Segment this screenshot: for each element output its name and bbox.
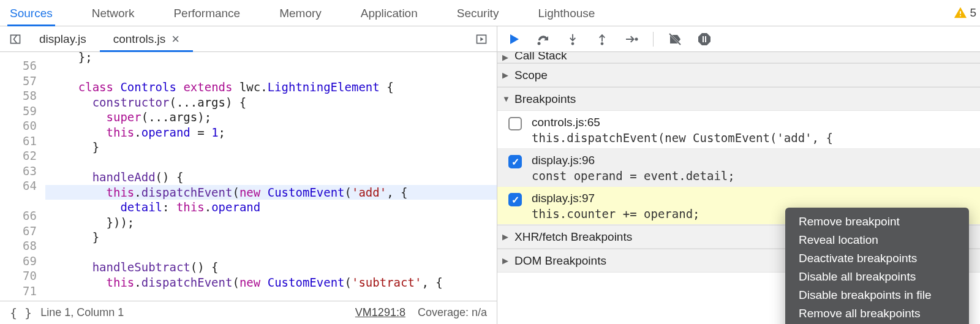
line-number[interactable]: 69 [0,254,37,269]
chevron-right-icon: ▶ [502,232,511,241]
breakpoint-item[interactable]: controls.js:65this.dispatchEvent(new Cus… [497,111,980,149]
context-menu-item[interactable]: Remove breakpoint [785,213,969,231]
devtools-tabs: SourcesNetworkPerformanceMemoryApplicati… [0,0,980,26]
warning-count: 5 [970,6,976,20]
line-number[interactable]: 68 [0,238,37,254]
code-line[interactable]: constructor(...args) { [45,95,497,110]
section-breakpoints[interactable]: ▼ Breakpoints [497,87,980,111]
code-line[interactable]: this.dispatchEvent(new CustomEvent('subt… [45,275,497,290]
svg-rect-6 [703,36,704,42]
navigator-icon [9,33,21,45]
vm-link[interactable]: VM1291:8 [355,306,405,319]
step-over-button[interactable] [534,30,552,48]
svg-point-5 [635,37,638,40]
resume-button[interactable] [505,30,523,48]
context-menu-item[interactable]: Deactivate breakpoints [785,249,969,268]
context-menu-item[interactable]: Disable breakpoints in file [785,286,969,304]
breakpoint-item[interactable]: display.js:96const operand = event.detai… [497,149,980,187]
code-line[interactable]: } [45,140,497,155]
code-line[interactable] [45,245,497,260]
breakpoint-checkbox[interactable] [508,155,522,168]
code-line[interactable]: }; [45,52,497,65]
line-number[interactable]: 60 [0,118,37,134]
step-button[interactable] [622,30,641,48]
chevron-right-icon: ▶ [502,70,511,80]
chevron-down-icon: ▼ [502,94,511,104]
file-tab-controls[interactable]: controls.js × [100,26,193,51]
devtools-tab-application[interactable]: Application [358,1,420,26]
line-number[interactable]: 59 [0,104,37,119]
line-number[interactable]: 63 [0,164,37,179]
devtools-tab-sources[interactable]: Sources [7,1,55,26]
code-editor[interactable]: 56575859606162636465666768697071 shadowA… [0,52,497,301]
breakpoint-source: const operand = event.detail; [532,169,969,183]
breakpoint-location: controls.js:65 [532,116,969,129]
context-menu-item[interactable]: Reveal location [785,231,969,249]
devtools-tab-performance[interactable]: Performance [171,1,243,26]
code-line[interactable]: this.dispatchEvent(new CustomEvent('add'… [45,185,497,200]
line-number[interactable]: 66 [0,208,37,224]
context-menu-item[interactable]: Remove all breakpoints [785,304,969,323]
line-number[interactable]: 71 [0,284,37,299]
code-line[interactable] [45,65,497,80]
code-line[interactable]: this.operand = 1; [45,125,497,140]
line-number[interactable]: 67 [0,224,37,239]
sources-pane: display.js controls.js × 565758596061626… [0,26,497,324]
code-line[interactable]: } [45,230,497,245]
breakpoint-context-menu[interactable]: Remove breakpointReveal locationDeactiva… [785,208,969,324]
line-number[interactable]: 62 [0,148,37,164]
code-line[interactable]: handleAdd() { [45,170,497,185]
deactivate-breakpoints-button[interactable] [666,30,684,48]
context-menu-item[interactable]: Disable all breakpoints [785,268,969,286]
devtools-tab-security[interactable]: Security [454,1,502,26]
line-number[interactable]: 57 [0,73,37,89]
code-line[interactable]: detail: this.operand [45,200,497,215]
more-tabs-button[interactable] [471,29,492,50]
code-line[interactable] [45,155,497,170]
line-number[interactable]: 65 [0,194,37,209]
step-into-button[interactable] [564,30,582,48]
devtools-tab-lighthouse[interactable]: Lighthouse [535,1,597,26]
warning-indicator[interactable]: 5 [954,6,976,20]
code-line[interactable]: })); [45,215,497,230]
svg-point-2 [538,42,541,45]
code-line[interactable]: class Controls extends lwc.LightningElem… [45,80,497,95]
pause-exceptions-button[interactable] [695,30,714,48]
coverage-label: Coverage: n/a [418,306,487,319]
breakpoint-location: display.js:96 [532,154,969,167]
devtools-tab-network[interactable]: Network [89,1,137,26]
section-call-stack[interactable]: ▶ Call Stack [497,52,980,63]
code-lines[interactable]: shadowAttribute: "c-controls_controls" }… [45,52,497,301]
close-icon[interactable]: × [172,32,179,46]
code-line[interactable]: handleSubtract() { [45,260,497,275]
chevron-right-icon: ▶ [502,53,511,62]
editor-status-bar: { } Line 1, Column 1 VM1291:8 Coverage: … [0,301,497,324]
line-number[interactable]: 70 [0,268,37,284]
toggle-navigator-button[interactable] [5,29,26,50]
breakpoint-checkbox[interactable] [508,193,522,206]
debug-toolbar [497,26,980,52]
breakpoint-source: this.dispatchEvent(new CustomEvent('add'… [532,131,969,145]
chevron-right-icon: ▶ [502,256,511,265]
breakpoint-checkbox[interactable] [508,117,522,130]
warning-icon [954,6,967,20]
line-number[interactable]: 58 [0,88,37,104]
devtools-tab-memory[interactable]: Memory [277,1,324,26]
svg-rect-7 [705,36,706,42]
cursor-position: Line 1, Column 1 [40,306,124,319]
line-number[interactable]: 64 [0,178,37,194]
section-scope[interactable]: ▶ Scope [497,63,980,87]
file-tab-display[interactable]: display.js [26,26,100,51]
code-line[interactable]: super(...args); [45,110,497,125]
svg-point-3 [571,42,575,45]
breakpoint-location: display.js:97 [532,192,969,205]
format-button[interactable]: { } [10,306,32,320]
play-right-icon [475,33,488,45]
line-number[interactable]: 56 [0,58,37,73]
step-out-button[interactable] [593,30,611,48]
file-tab-bar: display.js controls.js × [0,26,497,52]
line-gutter[interactable]: 56575859606162636465666768697071 [0,52,45,301]
svg-point-4 [601,42,604,45]
debugger-pane: ▶ Call Stack ▶ Scope ▼ Breakpoints contr… [497,26,980,324]
line-number[interactable]: 61 [0,134,37,149]
